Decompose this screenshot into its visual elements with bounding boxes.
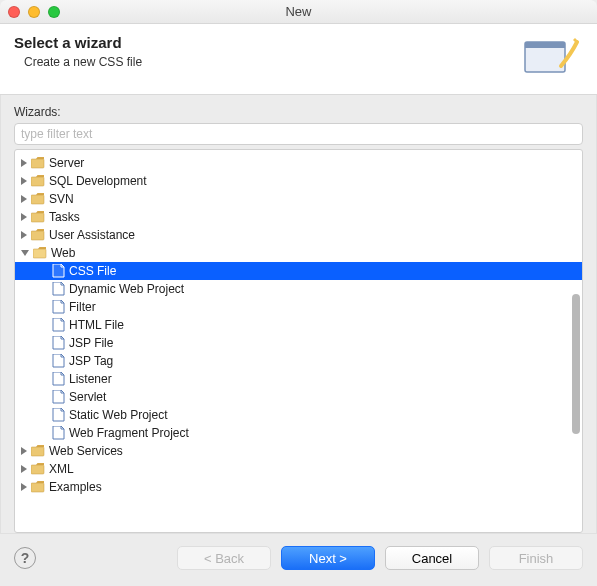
folder-icon <box>31 481 45 493</box>
tree-item-label: JSP Tag <box>69 354 113 368</box>
disclosure-triangle-icon <box>39 411 47 419</box>
header-subtitle: Create a new CSS file <box>14 55 142 69</box>
disclosure-triangle-icon[interactable] <box>21 213 27 221</box>
tree-item[interactable]: Servlet <box>15 388 582 406</box>
svg-rect-1 <box>525 42 565 48</box>
tree-folder[interactable]: Tasks <box>15 208 582 226</box>
folder-icon <box>31 211 45 223</box>
svg-rect-3 <box>31 159 44 168</box>
html-icon <box>51 318 65 332</box>
disclosure-triangle-icon <box>39 357 47 365</box>
finish-button: Finish <box>489 546 583 570</box>
disclosure-triangle-icon <box>39 375 47 383</box>
folder-icon <box>31 463 45 475</box>
disclosure-triangle-icon <box>39 393 47 401</box>
disclosure-triangle-icon <box>39 339 47 347</box>
tree-item-label: JSP File <box>69 336 113 350</box>
disclosure-triangle-icon[interactable] <box>21 177 27 185</box>
disclosure-triangle-icon[interactable] <box>21 447 27 455</box>
disclosure-triangle-icon <box>39 285 47 293</box>
disclosure-triangle-icon <box>39 303 47 311</box>
tree-item[interactable]: HTML File <box>15 316 582 334</box>
disclosure-triangle-icon[interactable] <box>21 250 29 256</box>
tree-item[interactable]: Listener <box>15 370 582 388</box>
disclosure-triangle-icon[interactable] <box>21 195 27 203</box>
svg-rect-5 <box>31 195 44 204</box>
tree-item-label: Listener <box>69 372 112 386</box>
tree-item-label: Static Web Project <box>69 408 167 422</box>
scrollbar[interactable] <box>570 154 580 528</box>
window-title: New <box>0 4 597 19</box>
disclosure-triangle-icon[interactable] <box>21 231 27 239</box>
svg-rect-8 <box>33 249 46 258</box>
project-icon <box>51 408 65 422</box>
tree-item[interactable]: Web Fragment Project <box>15 424 582 442</box>
fragment-icon <box>51 426 65 440</box>
tree-folder[interactable]: XML <box>15 460 582 478</box>
tree-item-label: SQL Development <box>49 174 147 188</box>
disclosure-triangle-icon[interactable] <box>21 465 27 473</box>
svg-rect-6 <box>31 213 44 222</box>
tree-item-label: Server <box>49 156 84 170</box>
project-icon <box>51 282 65 296</box>
header-title: Select a wizard <box>14 34 142 51</box>
tree-folder[interactable]: User Assistance <box>15 226 582 244</box>
jsptag-icon <box>51 354 65 368</box>
folder-icon <box>33 247 47 259</box>
svg-rect-10 <box>31 465 44 474</box>
svg-rect-7 <box>31 231 44 240</box>
filter-text-input[interactable] <box>14 123 583 145</box>
disclosure-triangle-icon <box>39 321 47 329</box>
tree-item[interactable]: Dynamic Web Project <box>15 280 582 298</box>
next-button[interactable]: Next > <box>281 546 375 570</box>
tree-item[interactable]: JSP Tag <box>15 352 582 370</box>
folder-icon <box>31 193 45 205</box>
listener-icon <box>51 372 65 386</box>
folder-icon <box>31 445 45 457</box>
svg-rect-4 <box>31 177 44 186</box>
wizards-label: Wizards: <box>14 105 583 119</box>
dialog-header: Select a wizard Create a new CSS file <box>0 24 597 95</box>
wizard-tree[interactable]: Server SQL Development SVN Tasks User As… <box>14 149 583 533</box>
tree-item-label: Tasks <box>49 210 80 224</box>
filter-icon <box>51 300 65 314</box>
tree-folder[interactable]: Server <box>15 154 582 172</box>
folder-icon <box>31 157 45 169</box>
tree-item-label: XML <box>49 462 74 476</box>
folder-icon <box>31 229 45 241</box>
disclosure-triangle-icon[interactable] <box>21 483 27 491</box>
disclosure-triangle-icon <box>39 267 47 275</box>
tree-item[interactable]: Filter <box>15 298 582 316</box>
help-button[interactable]: ? <box>14 547 36 569</box>
tree-item[interactable]: Static Web Project <box>15 406 582 424</box>
scrollbar-thumb[interactable] <box>572 294 580 434</box>
tree-item-label: Servlet <box>69 390 106 404</box>
wizard-banner-icon <box>519 34 583 82</box>
tree-item-label: Web <box>51 246 75 260</box>
disclosure-triangle-icon <box>39 429 47 437</box>
titlebar: New <box>0 0 597 24</box>
disclosure-triangle-icon[interactable] <box>21 159 27 167</box>
svg-rect-11 <box>31 483 44 492</box>
tree-item[interactable]: JSP File <box>15 334 582 352</box>
tree-item-label: Filter <box>69 300 96 314</box>
tree-item-label: Examples <box>49 480 102 494</box>
tree-folder[interactable]: Examples <box>15 478 582 496</box>
jsp-icon <box>51 336 65 350</box>
tree-item-label: Web Fragment Project <box>69 426 189 440</box>
tree-folder[interactable]: Web Services <box>15 442 582 460</box>
cancel-button[interactable]: Cancel <box>385 546 479 570</box>
tree-folder[interactable]: SQL Development <box>15 172 582 190</box>
tree-item[interactable]: CSS File <box>15 262 582 280</box>
tree-folder[interactable]: Web <box>15 244 582 262</box>
tree-item-label: SVN <box>49 192 74 206</box>
tree-item-label: User Assistance <box>49 228 135 242</box>
back-button: < Back <box>177 546 271 570</box>
tree-item-label: CSS File <box>69 264 116 278</box>
tree-item-label: HTML File <box>69 318 124 332</box>
tree-item-label: Web Services <box>49 444 123 458</box>
tree-folder[interactable]: SVN <box>15 190 582 208</box>
servlet-icon <box>51 390 65 404</box>
tree-item-label: Dynamic Web Project <box>69 282 184 296</box>
svg-rect-9 <box>31 447 44 456</box>
